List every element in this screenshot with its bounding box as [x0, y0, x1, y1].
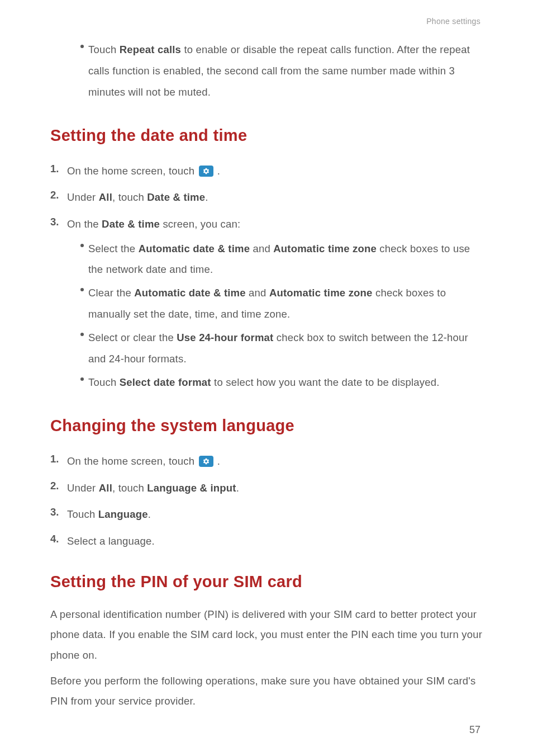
bold-text: Date & time: [147, 191, 205, 203]
settings-icon: [199, 456, 213, 467]
bold-text: Language & input: [147, 482, 236, 494]
text-run: .: [205, 191, 208, 203]
bullet-icon: [80, 333, 84, 336]
text-run: .: [217, 455, 220, 467]
step-number: 1.: [50, 163, 67, 179]
body-text: Touch Repeat calls to enable or disable …: [88, 39, 483, 103]
text-run: Under: [67, 191, 99, 203]
bold-text: Language: [98, 508, 148, 520]
step-3: 3. On the Date & time screen, you can:: [50, 216, 483, 233]
breadcrumb: Phone settings: [50, 17, 483, 26]
bold-text: Automatic time zone: [273, 243, 377, 254]
bold-text: Automatic time zone: [269, 287, 373, 299]
step-text: On the home screen, touch .: [67, 453, 483, 470]
list-item: Touch Select date format to select how y…: [80, 372, 483, 393]
step-text: Under All, touch Language & input.: [67, 480, 483, 497]
text-run: Touch: [88, 44, 120, 55]
step-number: 3.: [50, 506, 67, 523]
section-heading-date-time: Setting the date and time: [50, 126, 483, 145]
text-run: , touch: [112, 191, 147, 203]
bold-text: Date & time: [102, 218, 160, 230]
step-text: Select a language.: [67, 533, 483, 550]
step-text: Touch Language.: [67, 506, 483, 523]
step-number: 3.: [50, 216, 67, 233]
text-run: On the home screen, touch: [67, 455, 198, 467]
step-text: On the home screen, touch .: [67, 163, 483, 179]
text-run: .: [236, 482, 239, 494]
bold-text: Use 24-hour format: [177, 332, 273, 343]
page-number: 57: [469, 724, 480, 736]
step-4: 4. Select a language.: [50, 533, 483, 550]
text-run: Select the: [88, 243, 139, 254]
text-run: and: [246, 287, 269, 299]
bold-text: Automatic date & time: [134, 287, 246, 299]
step-3: 3. Touch Language.: [50, 506, 483, 523]
text-run: , touch: [112, 482, 147, 494]
body-paragraph: Before you perform the following operati…: [50, 671, 483, 711]
text-run: and: [250, 243, 273, 254]
text-run: Under: [67, 482, 99, 494]
body-paragraph: A personal identification number (PIN) i…: [50, 604, 483, 665]
bullet-icon: [80, 377, 84, 381]
text-run: On the: [67, 218, 102, 230]
text-run: screen, you can:: [160, 218, 240, 230]
body-text: Touch Select date format to select how y…: [88, 372, 483, 393]
step-number: 2.: [50, 480, 67, 497]
text-run: .: [148, 508, 151, 520]
step-number: 1.: [50, 453, 67, 470]
step-2: 2. Under All, touch Language & input.: [50, 480, 483, 497]
text-run: to select how you want the date to be di…: [211, 376, 440, 388]
list-item: Select the Automatic date & time and Aut…: [80, 238, 483, 281]
list-item: Touch Repeat calls to enable or disable …: [80, 39, 483, 103]
document-page: Phone settings Touch Repeat calls to ena…: [0, 0, 533, 711]
list-item: Clear the Automatic date & time and Auto…: [80, 282, 483, 325]
bold-text: All: [99, 482, 112, 494]
body-text: Select the Automatic date & time and Aut…: [88, 238, 483, 281]
bold-text: All: [99, 191, 112, 203]
text-run: Clear the: [88, 287, 134, 299]
text-run: Touch: [67, 508, 98, 520]
section-heading-sim-pin: Setting the PIN of your SIM card: [50, 573, 483, 591]
bold-text: Repeat calls: [120, 44, 181, 55]
bullet-icon: [80, 288, 84, 291]
body-text: Clear the Automatic date & time and Auto…: [88, 282, 483, 325]
step-number: 4.: [50, 533, 67, 550]
step-text: Under All, touch Date & time.: [67, 189, 483, 206]
text-run: .: [217, 165, 220, 177]
body-text: Select or clear the Use 24-hour format c…: [88, 327, 483, 370]
step-2: 2. Under All, touch Date & time.: [50, 189, 483, 206]
step-text: On the Date & time screen, you can:: [67, 216, 483, 233]
step-1: 1. On the home screen, touch .: [50, 453, 483, 470]
text-run: On the home screen, touch: [67, 165, 198, 177]
step-number: 2.: [50, 189, 67, 206]
bullet-icon: [80, 244, 84, 247]
text-run: Touch: [88, 376, 120, 388]
bullet-icon: [80, 45, 84, 48]
bold-text: Automatic date & time: [139, 243, 250, 254]
settings-icon: [199, 166, 213, 177]
list-item: Select or clear the Use 24-hour format c…: [80, 327, 483, 370]
text-run: Select or clear the: [88, 332, 177, 343]
section-heading-language: Changing the system language: [50, 417, 483, 435]
bold-text: Select date format: [120, 376, 211, 388]
step-1: 1. On the home screen, touch .: [50, 163, 483, 179]
